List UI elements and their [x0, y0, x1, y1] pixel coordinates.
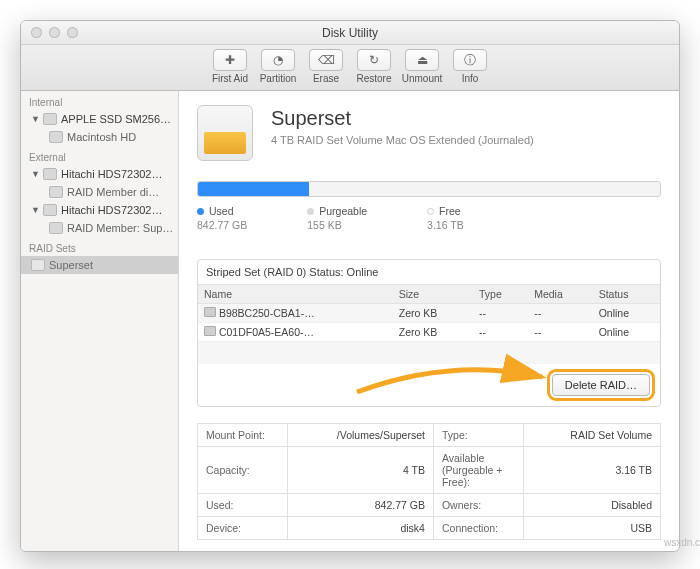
disk-icon	[49, 131, 63, 143]
sidebar-item-apple-ssd[interactable]: ▼APPLE SSD SM256…	[21, 110, 178, 128]
chevron-down-icon: ▼	[31, 169, 39, 179]
volume-name: Superset	[271, 107, 534, 130]
disk-icon	[43, 113, 57, 125]
delete-raid-button[interactable]: Delete RAID…	[552, 374, 650, 396]
usage-bar-fill	[198, 182, 309, 196]
used-swatch-icon	[197, 208, 204, 215]
sidebar-item-hitachi-1[interactable]: ▼Hitachi HDS72302…	[21, 165, 178, 183]
info-row: Mount Point:/Volumes/SupersetType:RAID S…	[198, 423, 661, 446]
usage-bar	[197, 181, 661, 197]
sidebar-item-superset[interactable]: Superset	[21, 256, 178, 274]
sidebar-item-macintosh-hd[interactable]: Macintosh HD	[21, 128, 178, 146]
disk-utility-window: Disk Utility ✚ First Aid ◔ Partition ⌫ E…	[20, 20, 680, 552]
sidebar-section-raid-sets: RAID Sets	[21, 237, 178, 256]
sidebar-item-raid-member-1[interactable]: RAID Member di…	[21, 183, 178, 201]
volume-icon	[197, 105, 253, 161]
raid-status-title: Striped Set (RAID 0) Status: Online	[198, 260, 660, 284]
volume-subtitle: 4 TB RAID Set Volume Mac OS Extended (Jo…	[271, 134, 534, 146]
toolbar-first-aid[interactable]: ✚ First Aid	[207, 49, 253, 84]
disk-icon	[49, 222, 63, 234]
erase-icon: ⌫	[309, 49, 343, 71]
disk-icon	[204, 307, 216, 317]
chevron-down-icon: ▼	[31, 114, 39, 124]
info-row: Used:842.77 GBOwners:Disabled	[198, 493, 661, 516]
legend-free: Free 3.16 TB	[427, 205, 464, 231]
info-row: Device:disk4Connection:USB	[198, 516, 661, 539]
free-swatch-icon	[427, 208, 434, 215]
legend-purgeable: Purgeable 155 KB	[307, 205, 367, 231]
first-aid-icon: ✚	[213, 49, 247, 71]
sidebar: Internal ▼APPLE SSD SM256… Macintosh HD …	[21, 91, 179, 551]
main-content: Superset 4 TB RAID Set Volume Mac OS Ext…	[179, 91, 679, 551]
disk-icon	[31, 259, 45, 271]
info-icon: ⓘ	[453, 49, 487, 71]
purgeable-swatch-icon	[307, 208, 314, 215]
watermark: wsxdn.com	[664, 537, 700, 548]
raid-panel: Striped Set (RAID 0) Status: Online Name…	[197, 259, 661, 407]
disk-icon	[43, 168, 57, 180]
sidebar-item-hitachi-2[interactable]: ▼Hitachi HDS72302…	[21, 201, 178, 219]
toolbar: ✚ First Aid ◔ Partition ⌫ Erase ↻ Restor…	[21, 45, 679, 91]
usage-legend: Used 842.77 GB Purgeable 155 KB Free 3.1…	[197, 205, 661, 231]
chevron-down-icon: ▼	[31, 205, 39, 215]
toolbar-restore[interactable]: ↻ Restore	[351, 49, 397, 84]
legend-used: Used 842.77 GB	[197, 205, 247, 231]
disk-icon	[49, 186, 63, 198]
unmount-icon: ⏏	[405, 49, 439, 71]
table-header: Name Size Type Media Status	[198, 285, 660, 304]
disk-icon	[43, 204, 57, 216]
toolbar-info[interactable]: ⓘ Info	[447, 49, 493, 84]
raid-members-table: Name Size Type Media Status B98BC250-CBA…	[198, 284, 660, 364]
table-row[interactable]: C01DF0A5-EA60-… Zero KB -- -- Online	[198, 323, 660, 342]
disk-icon	[204, 326, 216, 336]
titlebar: Disk Utility	[21, 21, 679, 45]
volume-info-table: Mount Point:/Volumes/SupersetType:RAID S…	[197, 423, 661, 540]
toolbar-unmount[interactable]: ⏏ Unmount	[399, 49, 445, 84]
sidebar-section-internal: Internal	[21, 91, 178, 110]
info-row: Capacity:4 TBAvailable (Purgeable + Free…	[198, 446, 661, 493]
sidebar-section-external: External	[21, 146, 178, 165]
table-row[interactable]: B98BC250-CBA1-… Zero KB -- -- Online	[198, 304, 660, 323]
toolbar-erase[interactable]: ⌫ Erase	[303, 49, 349, 84]
toolbar-partition[interactable]: ◔ Partition	[255, 49, 301, 84]
sidebar-item-raid-member-2[interactable]: RAID Member: Sup…	[21, 219, 178, 237]
restore-icon: ↻	[357, 49, 391, 71]
window-title: Disk Utility	[21, 26, 679, 40]
partition-icon: ◔	[261, 49, 295, 71]
